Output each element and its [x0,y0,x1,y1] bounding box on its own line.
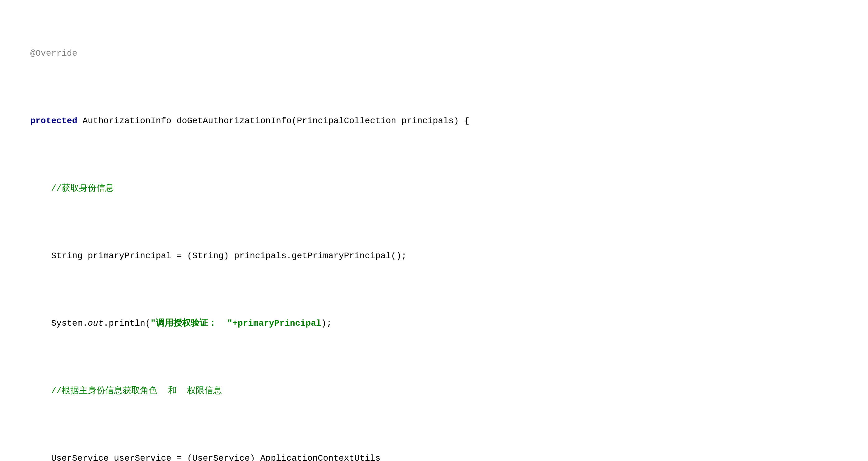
comment1-text: //获取身份信息 [30,184,114,193]
sysout-out: out [88,318,103,328]
comment2-text: //根据主身份信息获取角色 和 权限信息 [30,386,222,396]
sysout-end: ); [321,318,332,328]
override-annotation: @Override [30,49,77,58]
code-container: @Override protected AuthorizationInfo do… [9,6,859,461]
line-sysout: System.out.println("调用授权验证： "+primaryPri… [9,303,859,344]
sysout-println: .println( [103,318,150,328]
line-userservice: UserService userService = (UserService) … [9,438,859,461]
line-comment1: //获取身份信息 [9,168,859,209]
method-sig: AuthorizationInfo doGetAuthorizationInfo… [77,116,469,126]
keyword-protected: protected [30,116,77,126]
line-comment2: //根据主身份信息获取角色 和 权限信息 [9,371,859,411]
sysout-prefix: System. [30,318,88,328]
line-annotation: @Override [9,33,859,74]
line-primaryprincipal: String primaryPrincipal = (String) princ… [9,236,859,276]
primaryprincipal-text: String primaryPrincipal = (String) princ… [30,251,407,261]
sysout-string: "调用授权验证： "+primaryPrincipal [151,318,321,328]
line-method-signature: protected AuthorizationInfo doGetAuthori… [9,101,859,141]
userservice-text: UserService userService = (UserService) … [30,454,380,461]
